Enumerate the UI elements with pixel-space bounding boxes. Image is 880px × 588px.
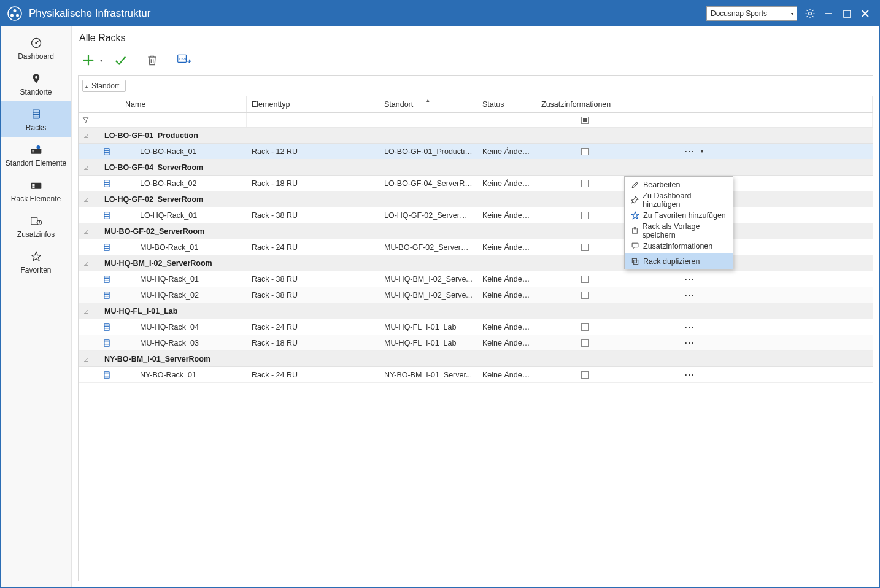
checkbox-icon[interactable]	[581, 339, 589, 347]
rack-row[interactable]: MU-HQ-Rack_01Rack - 38 RUMU-HQ-BM_I-02_S…	[79, 271, 873, 287]
group-row[interactable]: ◿MU-HQ-FL_I-01_Lab	[79, 303, 873, 319]
group-row[interactable]: ◿MU-HQ-BM_I-02_ServerRoom	[79, 255, 873, 271]
add-button[interactable]	[80, 52, 96, 68]
header-site[interactable]: ▴Standort	[379, 96, 477, 112]
cell-extra[interactable]	[536, 276, 633, 283]
header-name[interactable]: Name	[120, 96, 247, 112]
cell-actions: ···	[633, 323, 873, 331]
confirm-button[interactable]	[112, 52, 128, 68]
rack-row[interactable]: LO-HQ-Rack_01Rack - 38 RULO-HQ-GF-02_Ser…	[79, 207, 873, 223]
rack-row[interactable]: MU-HQ-Rack_03Rack - 18 RUMU-HQ-FL_I-01_L…	[79, 335, 873, 351]
svg-point-11	[35, 76, 37, 79]
cell-actions: ···▾	[633, 147, 873, 156]
row-actions-menu[interactable]: ···	[685, 339, 695, 347]
cell-actions: ···	[633, 275, 873, 284]
group-row[interactable]: ◿LO-BO-GF-01_Production	[79, 128, 873, 144]
collapse-icon[interactable]: ◿	[79, 133, 93, 139]
group-by-bar[interactable]: ▴ Standort	[79, 76, 873, 96]
export-csv-button[interactable]: CSV	[176, 52, 192, 68]
collapse-icon[interactable]: ◿	[79, 164, 93, 171]
maximize-button[interactable]	[838, 4, 856, 23]
sidebar-item-standorte[interactable]: Standorte	[1, 66, 71, 101]
filter-extra[interactable]	[536, 113, 633, 127]
cell-extra[interactable]	[536, 371, 633, 379]
menu-item-dashboard[interactable]: Zu Dashboard hinzufügen	[625, 192, 733, 207]
delete-button[interactable]	[144, 52, 160, 68]
collapse-icon[interactable]: ◿	[79, 196, 93, 203]
group-chip-site[interactable]: ▴ Standort	[82, 80, 126, 92]
group-row[interactable]: ◿NY-BO-BM_I-01_ServerRoom	[79, 351, 873, 367]
filter-icon-cell[interactable]	[79, 113, 93, 127]
collapse-icon[interactable]: ◿	[79, 260, 93, 266]
group-row[interactable]: ◿MU-BO-GF-02_ServerRoom	[79, 223, 873, 239]
row-actions-menu[interactable]: ···	[685, 323, 695, 331]
close-button[interactable]	[856, 4, 874, 23]
checkbox-icon[interactable]	[581, 180, 589, 187]
filter-type[interactable]	[247, 113, 379, 127]
star-icon	[630, 211, 641, 220]
group-row[interactable]: ◿LO-HQ-GF-02_ServerRoom	[79, 191, 873, 207]
cell-site: LO-HQ-GF-02_ServerRo...	[379, 211, 477, 220]
svg-rect-53	[104, 323, 109, 330]
checkbox-icon[interactable]	[581, 148, 589, 155]
svg-rect-50	[104, 292, 109, 298]
rack-row[interactable]: LO-BO-Rack_01Rack - 12 RULO-BO-GF-01_Pro…	[79, 144, 873, 160]
filter-site[interactable]	[379, 113, 477, 127]
collapse-icon[interactable]: ◿	[79, 308, 93, 314]
group-row[interactable]: ◿LO-BO-GF-04_ServerRoom	[79, 160, 873, 176]
collapse-icon[interactable]: ◿	[79, 356, 93, 362]
tenant-value[interactable]: Docusnap Sports	[706, 6, 787, 21]
cell-extra[interactable]	[536, 180, 633, 187]
cell-extra[interactable]	[536, 148, 633, 155]
svg-point-10	[35, 42, 36, 44]
cell-extra[interactable]	[536, 339, 633, 347]
row-actions-menu[interactable]: ···	[685, 275, 695, 284]
checkbox-icon[interactable]	[581, 276, 589, 283]
menu-item-duplicate[interactable]: Rack duplizieren	[625, 253, 733, 269]
sidebar-item-rack-elemente[interactable]: Rack Elemente	[1, 172, 71, 208]
filter-icon2[interactable]	[93, 113, 120, 127]
checkbox-icon[interactable]	[581, 371, 589, 379]
minimize-button[interactable]	[819, 4, 838, 23]
collapse-icon[interactable]: ◿	[79, 228, 93, 234]
header-type[interactable]: Elementtyp	[247, 96, 379, 112]
menu-item-edit[interactable]: Bearbeiten	[625, 177, 733, 192]
cell-actions: ···	[633, 371, 873, 379]
menu-item-favorite[interactable]: Zu Favoriten hinzufügen	[625, 207, 733, 223]
checkbox-icon[interactable]	[581, 292, 589, 299]
rack-row[interactable]: LO-BO-Rack_02Rack - 18 RULO-BO-GF-04_Ser…	[79, 176, 873, 191]
checkbox-icon[interactable]	[581, 212, 589, 219]
sidebar-item-favoriten[interactable]: Favoriten	[1, 244, 71, 279]
checkbox-icon[interactable]	[581, 244, 589, 251]
pencil-icon	[630, 180, 641, 189]
filter-name[interactable]	[120, 113, 247, 127]
rack-row[interactable]: MU-BO-Rack_01Rack - 24 RUMU-BO-GF-02_Ser…	[79, 239, 873, 255]
checkbox-icon[interactable]	[581, 323, 589, 331]
rack-row[interactable]: NY-BO-Rack_01Rack - 24 RUNY-BO-BM_I-01_S…	[79, 367, 873, 383]
sidebar-item-zusatzinfos[interactable]: Zusatzinfos	[1, 208, 71, 244]
row-actions-menu[interactable]: ···	[685, 371, 695, 379]
group-label: LO-HQ-GF-02_ServerRoom	[93, 195, 873, 204]
row-actions-menu[interactable]: ···▾	[685, 147, 704, 156]
svg-text:CSV: CSV	[179, 57, 186, 61]
svg-point-26	[39, 221, 39, 222]
rack-row[interactable]: MU-HQ-Rack_04Rack - 24 RUMU-HQ-FL_I-01_L…	[79, 319, 873, 335]
menu-item-save-template[interactable]: Rack als Vorlage speichern	[625, 223, 733, 238]
sidebar-item-racks[interactable]: Racks	[1, 101, 71, 137]
menu-item-zusatzinfo[interactable]: Zusatzinformationen	[625, 238, 733, 253]
rack-row[interactable]: MU-HQ-Rack_02Rack - 38 RUMU-HQ-BM_I-02_S…	[79, 287, 873, 303]
settings-button[interactable]	[801, 4, 819, 23]
cell-extra[interactable]	[536, 292, 633, 299]
cell-extra[interactable]	[536, 323, 633, 331]
tenant-selector[interactable]: Docusnap Sports ▾	[706, 6, 797, 21]
header-extra[interactable]: Zusatzinformationen	[536, 96, 633, 112]
sidebar-item-standort-elemente[interactable]: Standort Elemente	[1, 137, 71, 172]
tenant-dropdown-button[interactable]: ▾	[787, 6, 797, 21]
cell-extra[interactable]	[536, 212, 633, 219]
cell-extra[interactable]	[536, 244, 633, 251]
checkbox-indeterminate-icon[interactable]	[581, 117, 589, 124]
header-status[interactable]: Status	[477, 96, 536, 112]
row-actions-menu[interactable]: ···	[685, 291, 695, 300]
sidebar-item-dashboard[interactable]: Dashboard	[1, 30, 71, 66]
filter-status[interactable]	[477, 113, 536, 127]
